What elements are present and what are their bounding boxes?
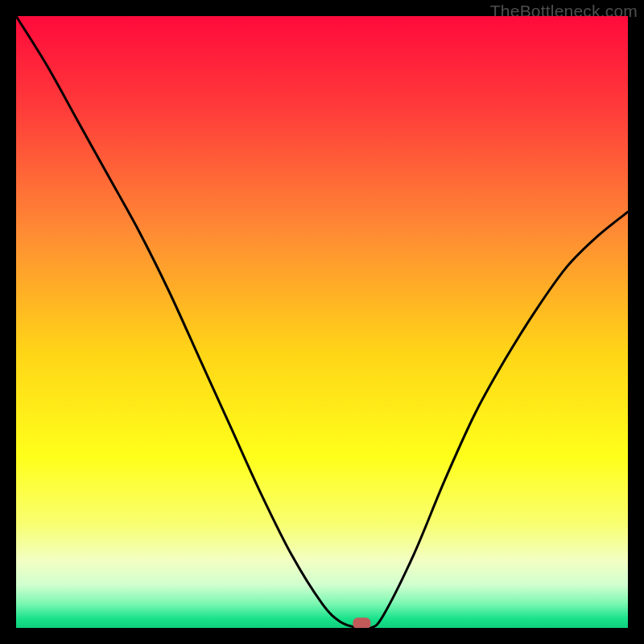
gradient-background xyxy=(16,16,628,628)
chart-svg xyxy=(16,16,628,628)
chart-frame: TheBottleneck.com xyxy=(0,0,644,644)
optimal-marker xyxy=(353,617,370,628)
plot-area xyxy=(16,16,628,628)
